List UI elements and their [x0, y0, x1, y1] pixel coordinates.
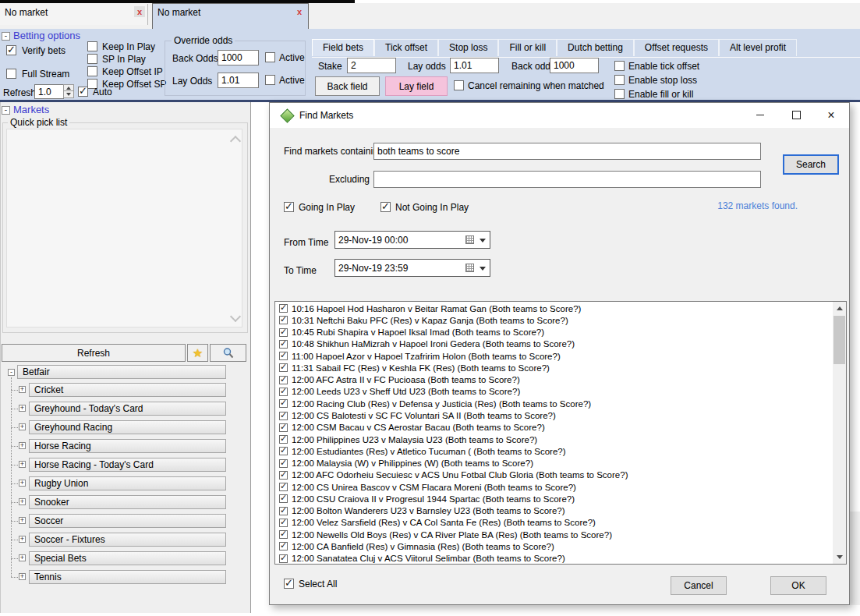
trading-lay-odds-input[interactable]: 1.01 [450, 58, 499, 73]
going-in-play-checkbox[interactable] [284, 202, 294, 212]
market-row[interactable]: 12:00 Estudiantes (Res) v Atletico Tucum… [275, 445, 832, 457]
tree-expand-icon[interactable]: + [19, 405, 26, 412]
market-row-checkbox[interactable] [279, 447, 288, 455]
to-time-picker[interactable]: 29-Nov-19 23:59 [334, 259, 490, 277]
market-row-checkbox[interactable] [279, 399, 288, 408]
tree-expand-icon[interactable]: + [19, 423, 26, 430]
search-markets-button[interactable] [210, 344, 246, 362]
scroll-up-icon[interactable] [230, 136, 241, 147]
market-row[interactable]: 12:00 AFC Odorheiu Secuiesc v ACS Unu Fo… [275, 469, 832, 481]
tab-tick-offset[interactable]: Tick offset [374, 39, 438, 56]
scrollbar-thumb[interactable] [833, 316, 845, 364]
market-row[interactable]: 12:00 Leeds U23 v Sheff Utd U23 (Both te… [275, 386, 832, 398]
close-button[interactable]: × [818, 104, 844, 126]
tree-expand-icon[interactable]: + [19, 480, 26, 487]
tree-expand-icon[interactable]: + [19, 573, 26, 580]
market-row-checkbox[interactable] [279, 412, 288, 420]
market-row-checkbox[interactable] [279, 519, 288, 527]
tab-alt-level-profit[interactable]: Alt level profit [719, 39, 797, 56]
market-row-checkbox[interactable] [279, 376, 288, 384]
enable-stop-loss-checkbox[interactable] [614, 75, 625, 85]
tree-expand-icon[interactable]: + [19, 461, 26, 468]
dropdown-arrow-icon[interactable] [480, 267, 486, 271]
full-stream-checkbox[interactable] [6, 69, 16, 79]
back-field-button[interactable]: Back field [315, 76, 380, 96]
market-row-checkbox[interactable] [279, 435, 288, 444]
market-row[interactable]: 12:00 Malaysia (W) v Philippines (W) (Bo… [275, 457, 832, 469]
back-odds-active-checkbox[interactable] [265, 52, 275, 62]
verify-bets-checkbox[interactable] [6, 45, 16, 55]
tree-node-soccer-fixtures[interactable]: Soccer - Fixtures [29, 533, 226, 547]
tree-expand-icon[interactable]: + [19, 442, 26, 449]
stepper-down-icon[interactable] [63, 91, 74, 98]
market-row[interactable]: 12:00 CSM Bacau v CS Aerostar Bacau (Bot… [275, 422, 832, 434]
enable-tick-offset-checkbox[interactable] [614, 61, 625, 71]
market-row[interactable]: 12:00 Newells Old Boys (Res) v CA River … [275, 529, 832, 540]
scroll-down-icon[interactable] [833, 551, 846, 564]
tree-expand-icon[interactable]: + [19, 517, 26, 524]
tree-node-rugby-union[interactable]: Rugby Union [29, 476, 226, 490]
market-tab-1[interactable]: No market x [0, 4, 148, 25]
market-row[interactable]: 12:00 Bolton Wanderers U23 v Barnsley U2… [275, 505, 832, 517]
tab-close-icon[interactable]: x [134, 6, 145, 17]
favourites-button[interactable]: ★ [187, 344, 208, 362]
market-row[interactable]: 12:00 Philippines U23 v Malaysia U23 (Bo… [275, 434, 832, 445]
back-odds-input[interactable]: 1000 [218, 50, 259, 65]
tab-dutch-betting[interactable]: Dutch betting [557, 39, 634, 56]
market-row[interactable]: 11:31 Sabail FC (Res) v Keshla FK (Res) … [275, 362, 832, 373]
market-row-checkbox[interactable] [279, 530, 288, 539]
refresh-markets-button[interactable]: Refresh [2, 344, 186, 362]
dropdown-arrow-icon[interactable] [480, 239, 486, 243]
market-row[interactable]: 10:31 Neftchi Baku PFC (Res) v Kapaz Gan… [275, 314, 832, 326]
lay-odds-active-checkbox[interactable] [265, 75, 275, 85]
maximize-button[interactable] [783, 104, 809, 126]
market-row-checkbox[interactable] [279, 316, 288, 324]
tree-node-tennis[interactable]: Tennis [29, 570, 226, 584]
tree-root-collapse-icon[interactable]: - [8, 369, 15, 376]
lay-odds-input[interactable]: 1.01 [218, 73, 259, 88]
tree-node-soccer[interactable]: Soccer [29, 514, 226, 528]
tab-close-icon[interactable]: x [294, 6, 305, 17]
market-row[interactable]: 11:00 Hapoel Azor v Hapoel Tzafririm Hol… [275, 350, 832, 362]
cancel-remaining-checkbox[interactable] [454, 80, 464, 90]
market-row[interactable]: 12:00 CS Unirea Bascov v CSM Flacara Mor… [275, 481, 832, 493]
stepper-up-icon[interactable] [63, 84, 74, 91]
market-row[interactable]: 10:48 Shikhun HaMizrah v Hapoel Ironi Ge… [275, 338, 832, 350]
tree-expand-icon[interactable]: + [19, 386, 26, 393]
market-row[interactable]: 10:45 Rubi Shapira v Hapoel Iksal Imad (… [275, 327, 832, 338]
cancel-button[interactable]: Cancel [671, 576, 727, 595]
scroll-down-icon[interactable] [230, 311, 241, 322]
stake-input[interactable]: 2 [347, 58, 396, 73]
market-row-checkbox[interactable] [279, 507, 288, 515]
market-row[interactable]: 12:00 Velez Sarsfield (Res) v CA Col San… [275, 517, 832, 529]
tree-node-horse-racing-today-s-card[interactable]: Horse Racing - Today's Card [29, 458, 226, 472]
enable-fill-or-kill-checkbox[interactable] [614, 89, 625, 99]
market-tab-2[interactable]: No market x [152, 3, 309, 29]
calendar-icon[interactable] [465, 235, 474, 244]
calendar-icon[interactable] [465, 264, 474, 272]
auto-checkbox[interactable] [78, 87, 88, 97]
sp-in-play-checkbox[interactable] [87, 54, 97, 64]
select-all-checkbox[interactable] [284, 579, 294, 589]
market-row-checkbox[interactable] [279, 304, 288, 313]
ok-button[interactable]: OK [770, 576, 826, 595]
markets-collapse-icon[interactable]: - [2, 106, 10, 115]
market-row-checkbox[interactable] [279, 340, 288, 349]
quick-pick-list[interactable] [6, 129, 242, 327]
market-row[interactable]: 10:16 Hapoel Hod Hasharon v Beitar Ramat… [275, 303, 832, 314]
betting-options-collapse-icon[interactable]: - [2, 32, 10, 41]
tree-expand-icon[interactable]: + [19, 536, 26, 543]
tab-fill-or-kill[interactable]: Fill or kill [498, 39, 557, 56]
market-row-checkbox[interactable] [279, 494, 288, 503]
trading-back-odds-input[interactable]: 1000 [550, 58, 599, 73]
market-row-checkbox[interactable] [279, 554, 288, 563]
market-row-checkbox[interactable] [279, 483, 288, 491]
tree-node-greyhound-racing[interactable]: Greyhound Racing [29, 420, 226, 434]
market-row-checkbox[interactable] [279, 388, 288, 396]
market-row[interactable]: 12:00 CS Balotesti v SC FC Voluntari SA … [275, 409, 832, 421]
refresh-rate-input[interactable]: 1.0 [34, 84, 64, 99]
keep-in-play-checkbox[interactable] [87, 41, 97, 51]
lay-field-button[interactable]: Lay field [385, 76, 448, 96]
market-row[interactable]: 12:00 CA Banfield (Res) v Gimnasia (Res)… [275, 540, 832, 552]
keep-offset-ip-checkbox[interactable] [87, 66, 97, 76]
